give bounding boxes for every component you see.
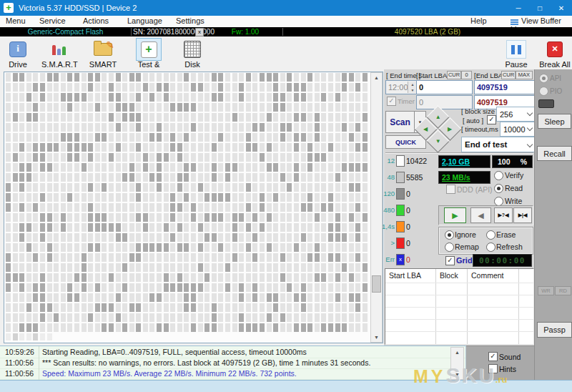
sound-checkbox[interactable] xyxy=(488,352,498,361)
wr-button[interactable]: WR xyxy=(538,286,554,295)
refresh-label: Refresh xyxy=(496,242,523,251)
row-divider xyxy=(385,319,533,320)
end-of-test-combo[interactable]: End of test xyxy=(461,137,536,152)
log-row: 11:00:56 Speed: Maximum 23 MB/s. Average… xyxy=(0,368,465,380)
legend-swatch xyxy=(396,155,405,167)
menu-item-language[interactable]: Language xyxy=(127,16,162,25)
start-lba-cur-button[interactable]: CUR xyxy=(447,71,461,79)
legend-count: 0 xyxy=(406,239,410,248)
end-time-spinner[interactable]: 12:00 ▲▼ xyxy=(385,80,418,94)
verify-radio[interactable] xyxy=(494,171,503,180)
work-area: ▲ ▼ [ End time ] [Start LBA] CUR 0 [End … xyxy=(0,69,534,346)
menu-item-settings[interactable]: Settings xyxy=(176,16,204,25)
refresh-radio[interactable] xyxy=(486,242,495,252)
erase-radio[interactable] xyxy=(486,230,495,240)
minimize-button[interactable]: ─ xyxy=(508,0,529,16)
menu-item-menu[interactable]: Menu xyxy=(6,16,26,25)
legend-count: 0 xyxy=(406,222,410,231)
legend-swatch xyxy=(396,188,405,200)
log-time: 11:00:56 xyxy=(5,358,34,367)
verify-label: Verify xyxy=(505,171,523,180)
start-lba-label: [Start LBA] xyxy=(416,72,449,79)
start-lba-input[interactable]: 0 xyxy=(416,80,473,94)
legend-label: > xyxy=(380,239,395,247)
pencil-icon: ✎ xyxy=(106,39,114,51)
seek-error-button[interactable]: ▶?◀ xyxy=(494,207,513,223)
scroll-up-icon[interactable]: ▲ xyxy=(451,350,463,355)
log-time: 11:00:56 xyxy=(5,369,34,378)
ignore-radio[interactable] xyxy=(445,230,454,240)
block-size-label: [ block size ] xyxy=(461,107,498,115)
spin-up-icon: ▲ xyxy=(411,82,415,87)
start-lba-zero-button[interactable]: 0 xyxy=(461,71,472,79)
scroll-down-icon[interactable]: ▼ xyxy=(371,335,382,340)
test-panel: [ End time ] [Start LBA] CUR 0 [End LBA]… xyxy=(383,69,535,346)
col-header-block: Block xyxy=(440,271,458,280)
scan-grid xyxy=(6,73,370,340)
rd-button[interactable]: RD xyxy=(555,286,571,295)
maximize-button[interactable]: □ xyxy=(529,0,551,16)
legend-label: 120 xyxy=(380,190,395,197)
divider xyxy=(385,152,533,154)
buffer-list-icon xyxy=(511,19,518,21)
sound-label: Sound xyxy=(499,353,521,361)
menu-item-help[interactable]: Help xyxy=(470,16,487,25)
serial-close-icon[interactable]: x xyxy=(195,28,204,36)
block-size-combo[interactable]: 256 xyxy=(496,107,536,122)
app-icon: + xyxy=(4,3,14,13)
speed-display: 23 MB/s xyxy=(438,171,490,184)
end-lba-cur-button[interactable]: CUR xyxy=(501,71,516,79)
read-radio[interactable] xyxy=(494,184,503,193)
scan-button[interactable]: Scan xyxy=(385,111,415,133)
device-serial: SN: 20070818000000000 xyxy=(133,27,193,36)
title-bar: + Victoria 5.37 HDD/SSD | Device 2 ─ □ ✕ xyxy=(0,0,572,16)
legend-label: 1,4s xyxy=(380,222,395,230)
step-back-button[interactable]: ◀ xyxy=(470,207,491,223)
legend-count: 0 xyxy=(406,190,410,198)
col-header-comment: Comment xyxy=(471,271,504,280)
sleep-button[interactable]: Sleep xyxy=(538,114,571,129)
smart-label: S.M.A.R.T xyxy=(41,60,76,69)
row-divider xyxy=(385,307,533,308)
legend-count: 5585 xyxy=(406,173,423,182)
end-lba-max-button[interactable]: MAX xyxy=(516,71,533,79)
auto-checkbox[interactable] xyxy=(487,115,496,124)
test-repair-cross-icon: + xyxy=(141,41,157,58)
timeout-combo[interactable]: 10000 xyxy=(500,122,536,137)
play-button[interactable]: ▶ xyxy=(444,207,466,223)
playback-panel: ▶ ◀ ▶?◀ ▶|◀ xyxy=(438,205,533,225)
quick-button[interactable]: QUICK xyxy=(385,135,426,149)
api-radio[interactable] xyxy=(539,74,548,83)
smart-button[interactable]: S.M.A.R.T xyxy=(41,39,76,69)
menu-item-service[interactable]: Service xyxy=(39,16,66,25)
end-lba-input[interactable]: 4097519 xyxy=(474,80,535,94)
passp-button[interactable]: Passp xyxy=(537,322,572,338)
grid-checkbox[interactable] xyxy=(445,256,455,265)
log-text: Starting Reading, LBA=0..4097519, FULL, … xyxy=(42,348,307,356)
read-label: Read xyxy=(505,184,523,192)
recall-button[interactable]: Recall xyxy=(537,146,572,161)
defect-table[interactable]: Start LBA Block Comment xyxy=(385,268,534,345)
row-divider xyxy=(385,283,533,283)
log-row: 10:59:26 Starting Reading, LBA=0..409751… xyxy=(0,347,465,358)
scroll-up-icon[interactable]: ▲ xyxy=(371,75,382,80)
toolbar: i Drive Info S.M.A.R.T ✎ SMART Logs + Te… xyxy=(0,36,572,70)
scroll-thumb[interactable] xyxy=(372,275,381,293)
break-all-x-icon: ✕ xyxy=(547,41,563,57)
pause-icon xyxy=(506,40,526,59)
pause-button[interactable]: Pause xyxy=(499,39,533,69)
drive-info-icon: i xyxy=(9,41,26,57)
menu-item-actions[interactable]: Actions xyxy=(83,16,109,25)
remap-radio[interactable] xyxy=(445,242,454,252)
legend-label: Err xyxy=(380,255,395,263)
break-all-button[interactable]: ✕ Break All xyxy=(538,39,572,69)
step-forward-button[interactable]: ▶|◀ xyxy=(513,207,532,223)
victoria-window: + Victoria 5.37 HDD/SSD | Device 2 ─ □ ✕… xyxy=(0,0,572,392)
ddd-api-checkbox[interactable] xyxy=(446,185,455,194)
close-button[interactable]: ✕ xyxy=(551,0,572,16)
legend-label: 12 xyxy=(380,157,395,165)
pio-radio[interactable] xyxy=(539,87,548,96)
timer-checkbox[interactable] xyxy=(387,97,396,106)
device-capacity: 4097520 LBA (2 GB) xyxy=(283,27,572,36)
diamond-left-icon: ◀ xyxy=(423,126,428,132)
